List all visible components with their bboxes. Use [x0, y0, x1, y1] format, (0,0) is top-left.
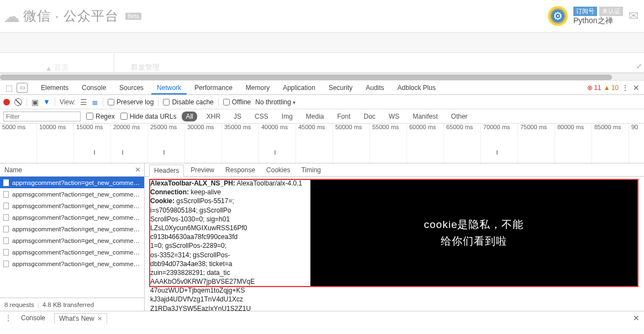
drawer-tab-whatsnew[interactable]: What's New ✕ [54, 313, 107, 324]
screenshot-icon[interactable]: ▣ [31, 98, 39, 107]
filter-type-other[interactable]: Other [447, 112, 472, 121]
tab-adblock[interactable]: Adblock Plus [392, 81, 441, 94]
request-row[interactable]: appmsgcomment?action=get_new_comme… [0, 200, 144, 211]
mid-split: ▲ 首页 群发管理 [0, 53, 644, 73]
filter-input[interactable] [3, 112, 81, 121]
device-toggle-icon[interactable]: ▭ [17, 83, 28, 93]
filter-type-js[interactable]: JS [230, 112, 245, 121]
request-row[interactable]: appmsgcomment?action=get_new_comme… [0, 246, 144, 258]
network-body: Name ✕ appmsgcomment?action=get_new_comm… [0, 163, 644, 311]
request-detail-column: Headers Preview Response Cookies Timing … [145, 163, 644, 311]
filter-type-css[interactable]: CSS [251, 112, 272, 121]
file-icon [3, 237, 9, 244]
inspect-icon[interactable]: ⬚ [3, 83, 14, 93]
scrollbar-thumb[interactable] [0, 75, 612, 80]
popout-icon[interactable]: ⤢ [636, 62, 642, 70]
mid-right-hint: 群发管理 [114, 53, 644, 72]
preserve-log-checkbox[interactable]: Preserve log [108, 98, 154, 106]
tab-security[interactable]: Security [323, 81, 358, 94]
wechat-banner: ☁ 微信 · 公众平台 Beta ⚙ 订阅号 未认证 Python之禅 ✉ [0, 0, 644, 32]
mail-icon[interactable]: ✉ [629, 9, 638, 23]
request-list[interactable]: appmsgcomment?action=get_new_comme…appms… [0, 177, 144, 298]
tab-console[interactable]: Console [76, 81, 112, 94]
filter-type-manifest[interactable]: Manifest [409, 112, 441, 121]
account-avatar[interactable]: ⚙ [548, 6, 568, 26]
warning-count[interactable]: ▲ 10 [604, 84, 619, 92]
request-row[interactable]: appmsgcomment?action=get_new_comme… [0, 188, 144, 200]
devtools-menu-icon[interactable]: ⋮ [621, 83, 630, 92]
regex-checkbox[interactable]: Regex [86, 113, 115, 120]
tab-memory[interactable]: Memory [240, 81, 275, 94]
file-icon [3, 203, 9, 209]
tag-unverified: 未认证 [599, 7, 623, 16]
detail-tab-timing[interactable]: Timing [297, 165, 325, 176]
network-timeline[interactable]: 5000 ms10000 ms15000 ms20000 ms25000 ms3… [0, 124, 644, 163]
tab-application[interactable]: Application [277, 81, 321, 94]
mid-left-hint: ▲ 首页 [0, 53, 114, 72]
clear-button[interactable] [14, 98, 22, 106]
close-request-panel-icon[interactable]: ✕ [135, 166, 141, 174]
detail-tab-headers[interactable]: Headers [149, 165, 184, 177]
detail-tab-response[interactable]: Response [221, 165, 260, 176]
record-button[interactable] [3, 99, 10, 105]
filter-type-xhr[interactable]: XHR [203, 112, 224, 121]
tab-network[interactable]: Network [151, 81, 187, 94]
annotation-overlay: cookie是隐私，不能 给你们看到啦 [310, 180, 637, 286]
file-icon [3, 261, 9, 267]
error-count[interactable]: ⊗ 11 [587, 84, 601, 92]
file-icon [3, 214, 9, 221]
disable-cache-checkbox[interactable]: Disable cache [163, 98, 213, 106]
file-icon [3, 249, 9, 256]
request-row[interactable]: appmsgcomment?action=get_new_comme… [0, 258, 144, 269]
tab-elements[interactable]: Elements [35, 81, 74, 94]
devtools-tabbar: ⬚ ▭ Elements Console Sources Network Per… [0, 81, 644, 95]
request-row[interactable]: appmsgcomment?action=get_new_comme… [0, 177, 144, 188]
request-row[interactable]: appmsgcomment?action=get_new_comme… [0, 223, 144, 235]
request-row[interactable]: appmsgcomment?action=get_new_comme… [0, 211, 144, 223]
page-horizontal-scrollbar[interactable]: ⤢ [0, 73, 644, 81]
request-list-column: Name ✕ appmsgcomment?action=get_new_comm… [0, 163, 145, 311]
wechat-logo: ☁ 微信 · 公众平台 Beta [0, 7, 141, 26]
drawer-tab-console[interactable]: Console [17, 313, 50, 323]
filter-type-all[interactable]: All [182, 112, 197, 121]
drawer-close-icon[interactable]: ✕ [633, 314, 640, 322]
offline-checkbox[interactable]: Offline [223, 98, 251, 106]
view-large-icon[interactable]: ☰ [80, 98, 87, 107]
filter-type-font[interactable]: Font [334, 112, 355, 121]
file-icon [3, 179, 9, 186]
beta-badge: Beta [125, 13, 141, 20]
view-waterfall-icon[interactable]: ≣ [92, 98, 98, 107]
request-footer: 8 requests|4.8 KB transferred [0, 298, 144, 311]
tab-audits[interactable]: Audits [360, 81, 389, 94]
request-row[interactable]: appmsgcomment?action=get_new_comme… [0, 235, 144, 246]
platform-title: 微信 · 公众平台 [23, 7, 119, 25]
filter-toggle-icon[interactable]: ▼ [43, 98, 50, 106]
drawer-tab-close-icon[interactable]: ✕ [96, 315, 102, 322]
filter-type-ws[interactable]: WS [385, 112, 403, 121]
filter-type-doc[interactable]: Doc [360, 112, 379, 121]
account-name[interactable]: Python之禅 [573, 16, 623, 26]
file-icon [3, 226, 9, 232]
request-list-header: Name ✕ [0, 163, 144, 177]
detail-tab-preview[interactable]: Preview [186, 165, 219, 176]
filter-type-media[interactable]: Media [302, 112, 328, 121]
tag-subscribe: 订阅号 [573, 7, 597, 16]
devtools-close-icon[interactable]: ✕ [632, 83, 641, 92]
drawer-menu-icon[interactable]: ⋮ [4, 314, 12, 322]
file-icon [3, 191, 9, 198]
tab-performance[interactable]: Performance [189, 81, 238, 94]
filter-type-img[interactable]: Img [278, 112, 297, 121]
tab-sources[interactable]: Sources [114, 81, 149, 94]
view-label: View: [60, 98, 76, 106]
network-toolbar: ▣ ▼ View: ☰ ≣ Preserve log Disable cache… [0, 95, 644, 109]
page-band [0, 32, 644, 53]
wechat-icon: ☁ [3, 7, 20, 26]
hide-dataurls-checkbox[interactable]: Hide data URLs [120, 113, 177, 120]
throttling-select[interactable]: No throttling ▾ [255, 98, 295, 106]
devtools-drawer: ⋮ Console What's New ✕ ✕ [0, 311, 644, 324]
detail-tab-cookies[interactable]: Cookies [262, 165, 294, 176]
filter-bar: Regex Hide data URLs All XHR JS CSS Img … [0, 109, 644, 124]
